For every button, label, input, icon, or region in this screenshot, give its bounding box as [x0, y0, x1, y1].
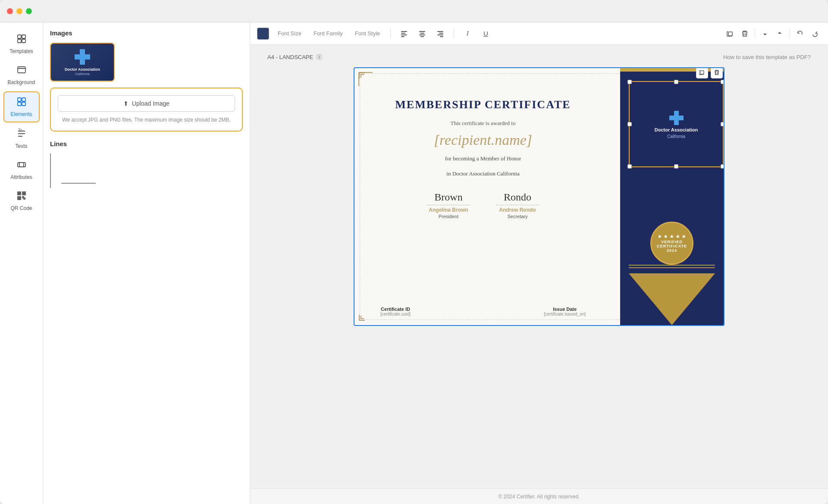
app-body: Templates Background — [0, 22, 828, 504]
attributes-label: Attributes — [10, 174, 32, 180]
svg-rect-3 — [22, 39, 25, 43]
sidebar-item-background[interactable]: Background — [3, 60, 40, 90]
attributes-icon — [16, 160, 27, 172]
svg-rect-26 — [439, 33, 443, 34]
underline-button[interactable]: U — [479, 27, 492, 40]
toolbar: Font Size Font Family Font Style I U — [250, 22, 828, 45]
svg-rect-24 — [420, 36, 424, 37]
sidebar-item-elements[interactable]: Elements — [3, 91, 40, 122]
italic-button[interactable]: I — [461, 27, 474, 40]
svg-rect-29 — [728, 32, 732, 36]
delete-button[interactable] — [738, 27, 751, 40]
sidebar-item-texts[interactable]: Tt Texts — [3, 124, 40, 153]
background-icon — [16, 65, 27, 78]
svg-text:Tt: Tt — [18, 128, 22, 132]
signer-2-block: Rondo Andrew Rondo Secretary — [496, 191, 539, 219]
canvas-format: A4 - LANDSCAPE i — [267, 53, 323, 60]
cert-footer: Certificate ID [certificate.uuid] Issue … — [380, 307, 586, 316]
toolbar-divider-4 — [790, 28, 790, 39]
qr-code-label: QR Code — [10, 205, 32, 211]
signer-1-name: Angelina Brown — [429, 207, 468, 213]
canvas-header: A4 - LANDSCAPE i How to save this templa… — [267, 53, 811, 60]
background-label: Background — [7, 79, 35, 85]
info-icon[interactable]: i — [316, 53, 323, 60]
ribbon-seal: ★ ★ ★ ★ ★ Verified Certificate 2024 — [650, 222, 693, 265]
signer-2-name: Andrew Rondo — [499, 207, 536, 213]
svg-rect-20 — [401, 36, 405, 37]
sidebar-item-attributes[interactable]: Attributes — [3, 155, 40, 185]
svg-rect-5 — [18, 98, 21, 101]
issue-date-label: Issue Date — [544, 307, 586, 312]
ribbon-decorative-lines — [629, 265, 715, 273]
svg-rect-35 — [359, 315, 360, 321]
upload-image-button[interactable]: ⬆ Upload Image — [58, 95, 235, 112]
line-horizontal[interactable] — [61, 183, 96, 184]
how-to-save-link[interactable]: How to save this template as PDF? — [723, 54, 811, 60]
sidebar-item-qr-code[interactable]: QR Code — [3, 186, 40, 216]
toolbar-divider-2 — [454, 28, 454, 39]
svg-rect-14 — [19, 193, 20, 194]
cert-content: Membership Certificate This certificate … — [380, 85, 586, 308]
align-left-button[interactable] — [398, 27, 411, 40]
footer-text: © 2024 Certifier. All rights reserved. — [499, 494, 580, 500]
image-card-background: Doctor Association California — [51, 44, 114, 81]
redo-button[interactable] — [808, 27, 821, 40]
cert-awarded-text: This certificate is awarded to — [451, 120, 516, 127]
move-up-button[interactable] — [773, 27, 786, 40]
maximize-button[interactable] — [26, 8, 32, 14]
elements-label: Elements — [10, 111, 32, 117]
line-vertical[interactable] — [50, 153, 51, 188]
signer-1-role: President — [439, 214, 458, 219]
signer-1-line — [427, 205, 470, 205]
toolbar-divider-3 — [755, 28, 755, 39]
duplicate-button[interactable] — [724, 27, 737, 40]
align-center-button[interactable] — [416, 27, 429, 40]
upload-section: ⬆ Upload Image We accept JPG and PNG fil… — [50, 88, 243, 131]
svg-rect-16 — [19, 197, 20, 199]
image-card-doctor-association[interactable]: Doctor Association California — [50, 43, 115, 81]
signer-1-block: Brown Angelina Brown President — [427, 191, 470, 219]
svg-rect-21 — [419, 31, 425, 32]
app-footer: © 2024 Certifier. All rights reserved. — [250, 488, 828, 504]
toolbar-divider-1 — [390, 28, 391, 39]
svg-rect-18 — [401, 33, 405, 34]
close-button[interactable] — [7, 8, 13, 14]
undo-button[interactable] — [794, 27, 806, 40]
minimize-button[interactable] — [16, 8, 22, 14]
font-size-label[interactable]: Font Size — [274, 28, 305, 38]
svg-rect-4 — [18, 67, 25, 73]
toolbar-right-actions — [724, 27, 821, 40]
certificate-canvas[interactable]: Doctor Association California ★ ★ ★ ★ ★ … — [354, 67, 724, 326]
svg-rect-10 — [18, 163, 25, 167]
elements-icon — [16, 97, 27, 110]
texts-icon: Tt — [16, 128, 27, 141]
corner-ornament-tl — [358, 72, 373, 87]
move-down-button[interactable] — [759, 27, 772, 40]
issue-date-block: Issue Date [certificate.issued_on] — [544, 307, 586, 316]
ribbon-chevron — [629, 273, 715, 325]
images-section-title: Images — [50, 29, 243, 37]
cert-id-label: Certificate ID — [380, 307, 411, 312]
svg-rect-8 — [22, 102, 25, 106]
sidebar-item-templates[interactable]: Templates — [3, 29, 40, 59]
signer-2-role: Secretary — [507, 214, 527, 219]
sidebar: Templates Background — [0, 22, 43, 504]
svg-rect-34 — [359, 320, 365, 321]
color-picker[interactable] — [257, 28, 269, 40]
ribbon-org-name: Doctor Association — [650, 101, 693, 106]
svg-rect-0 — [18, 35, 21, 38]
font-style-label[interactable]: Font Style — [351, 28, 384, 38]
upload-icon: ⬆ — [123, 100, 129, 107]
align-right-button[interactable] — [434, 27, 447, 40]
svg-rect-30 — [359, 72, 365, 73]
templates-label: Templates — [9, 48, 33, 54]
svg-rect-6 — [22, 98, 25, 101]
svg-rect-31 — [359, 72, 360, 78]
cert-title: Membership Certificate — [395, 98, 571, 111]
canvas-area[interactable]: A4 - LANDSCAPE i How to save this templa… — [250, 45, 828, 488]
font-family-label[interactable]: Font Family — [310, 28, 346, 38]
ribbon-org-sub: California — [663, 109, 681, 113]
issue-date-value: [certificate.issued_on] — [544, 312, 586, 316]
elements-panel: Images Doctor Association California ⬆ U… — [43, 22, 250, 504]
app-window: Templates Background — [0, 0, 828, 504]
